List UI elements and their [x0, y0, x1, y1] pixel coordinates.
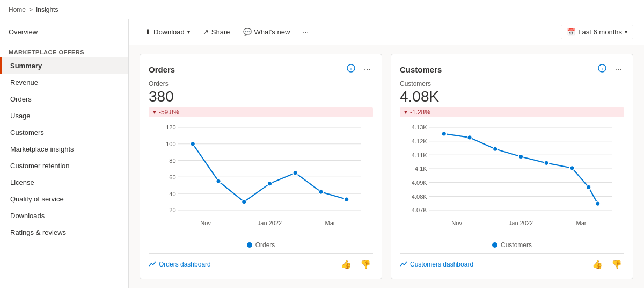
svg-point-47 [544, 161, 549, 165]
svg-text:4.12K: 4.12K [412, 138, 427, 145]
trend-icon-orders [149, 261, 156, 268]
thumbs-up-button-orders[interactable]: 👍 [339, 258, 354, 270]
svg-text:i: i [350, 66, 352, 71]
card-footer-orders: Orders dashboard 👍 👎 [149, 253, 373, 270]
sidebar-item-quality-of-service[interactable]: Quality of service [0, 191, 128, 207]
sidebar-item-license[interactable]: License [0, 174, 128, 191]
metric-value-orders: 380 [149, 89, 373, 105]
legend-dot-customers [492, 242, 497, 248]
svg-text:4.13K: 4.13K [412, 124, 427, 131]
card-footer-feedback-customers: 👍 👎 [590, 258, 624, 270]
svg-text:4.08K: 4.08K [412, 193, 427, 200]
card-more-button-customers[interactable]: ··· [613, 63, 624, 75]
svg-text:i: i [602, 66, 603, 71]
metric-label-customers: Customers [400, 80, 624, 88]
svg-point-20 [267, 181, 272, 186]
thumbs-down-button-orders[interactable]: 👎 [358, 258, 373, 270]
svg-text:100: 100 [166, 141, 175, 147]
card-title-orders: Orders [149, 65, 175, 74]
sidebar-item-orders[interactable]: Orders [0, 91, 128, 107]
card-header-actions-customers: i ··· [596, 63, 624, 76]
card-header-orders: Orders i ··· [149, 63, 373, 76]
card-footer-link-customers[interactable]: Customers dashboard [400, 261, 473, 268]
svg-point-18 [216, 178, 221, 183]
card-info-button-orders[interactable]: i [345, 63, 357, 76]
svg-text:20: 20 [169, 207, 175, 213]
legend-label-orders: Orders [255, 241, 275, 249]
metric-change-orders: ▼ -59.8% [149, 107, 373, 117]
metric-value-customers: 4.08K [400, 89, 624, 105]
card-header-actions-orders: i ··· [345, 63, 373, 76]
svg-point-23 [344, 197, 349, 201]
card-customers: Customers i ··· Customers 4.08K ▼ -1.28%… [391, 54, 633, 279]
chart-svg-orders: 120 100 80 60 40 20 NovJan 2022Mar [149, 121, 373, 228]
legend-dot-orders [247, 242, 252, 248]
sidebar-item-customer-retention[interactable]: Customer retention [0, 157, 128, 174]
breadcrumb-current: Insights [36, 6, 58, 13]
share-button[interactable]: ↗ Share [197, 25, 236, 39]
svg-text:Nov: Nov [451, 219, 462, 226]
svg-point-43 [442, 131, 447, 136]
sidebar: Overview Marketplace offers SummaryReven… [0, 19, 129, 288]
date-filter-button[interactable]: 📅 Last 6 months ▾ [561, 25, 633, 39]
svg-point-48 [570, 165, 575, 170]
top-bar: Home > Insights [0, 0, 644, 19]
cards-area: Orders i ··· Orders 380 ▼ -59.8% 120 100… [129, 45, 644, 288]
card-orders: Orders i ··· Orders 380 ▼ -59.8% 120 100… [140, 54, 382, 279]
sidebar-item-ratings-reviews[interactable]: Ratings & reviews [0, 224, 128, 241]
card-footer-customers: Customers dashboard 👍 👎 [400, 253, 624, 270]
whats-new-button[interactable]: 💬 What's new [238, 25, 296, 39]
svg-text:120: 120 [166, 124, 175, 131]
toolbar: ⬇ Download ▾ ↗ Share 💬 What's new ··· 📅 … [129, 19, 644, 45]
download-icon: ⬇ [145, 28, 151, 36]
card-more-button-orders[interactable]: ··· [362, 63, 373, 75]
sidebar-item-customers[interactable]: Customers [0, 124, 128, 141]
svg-text:Jan 2022: Jan 2022 [258, 219, 282, 226]
breadcrumb-home[interactable]: Home [9, 6, 26, 13]
svg-point-46 [518, 154, 523, 159]
svg-text:4.1K: 4.1K [415, 165, 427, 172]
chart-svg-customers: 4.13K 4.12K 4.11K 4.1K 4.09K 4.08K 4.07K… [400, 121, 624, 228]
download-button[interactable]: ⬇ Download ▾ [140, 25, 195, 39]
chart-area-orders: 120 100 80 60 40 20 NovJan 2022Mar [149, 121, 373, 239]
content-area: ⬇ Download ▾ ↗ Share 💬 What's new ··· 📅 … [129, 19, 644, 288]
svg-point-22 [319, 190, 324, 195]
chart-legend-customers: Customers [400, 241, 624, 249]
svg-text:Jan 2022: Jan 2022 [509, 219, 533, 226]
svg-text:Mar: Mar [576, 219, 587, 226]
svg-text:60: 60 [169, 174, 175, 181]
thumbs-down-button-customers[interactable]: 👎 [609, 258, 624, 270]
breadcrumb-sep: > [29, 6, 33, 13]
change-value-customers: -1.28% [410, 109, 430, 116]
svg-text:40: 40 [169, 190, 175, 197]
thumbs-up-button-customers[interactable]: 👍 [590, 258, 605, 270]
svg-point-21 [293, 170, 298, 175]
change-arrow-icon-orders: ▼ [152, 109, 157, 115]
more-button[interactable]: ··· [297, 25, 314, 39]
metric-label-orders: Orders [149, 80, 373, 88]
change-value-orders: -59.8% [159, 109, 179, 116]
sidebar-item-marketplace-insights[interactable]: Marketplace insights [0, 141, 128, 157]
card-info-button-customers[interactable]: i [596, 63, 609, 76]
sidebar-item-summary[interactable]: Summary [0, 57, 128, 74]
svg-point-19 [241, 199, 246, 204]
svg-point-44 [467, 135, 472, 140]
svg-point-50 [595, 201, 600, 206]
card-header-customers: Customers i ··· [400, 63, 624, 76]
svg-text:Nov: Nov [200, 219, 211, 226]
sidebar-item-downloads[interactable]: Downloads [0, 207, 128, 224]
sidebar-item-revenue[interactable]: Revenue [0, 74, 128, 91]
svg-point-49 [586, 185, 591, 190]
calendar-icon: 📅 [567, 28, 575, 36]
card-footer-link-orders[interactable]: Orders dashboard [149, 261, 211, 268]
change-arrow-icon-customers: ▼ [403, 109, 408, 115]
download-chevron-icon: ▾ [187, 29, 190, 35]
sidebar-item-usage[interactable]: Usage [0, 107, 128, 124]
svg-point-17 [191, 141, 195, 146]
share-icon: ↗ [203, 28, 209, 36]
svg-text:4.11K: 4.11K [412, 152, 427, 159]
metric-change-customers: ▼ -1.28% [400, 107, 624, 117]
sidebar-section-label: Marketplace offers [0, 45, 128, 57]
svg-text:4.09K: 4.09K [412, 179, 427, 186]
sidebar-item-overview[interactable]: Overview [0, 24, 128, 40]
